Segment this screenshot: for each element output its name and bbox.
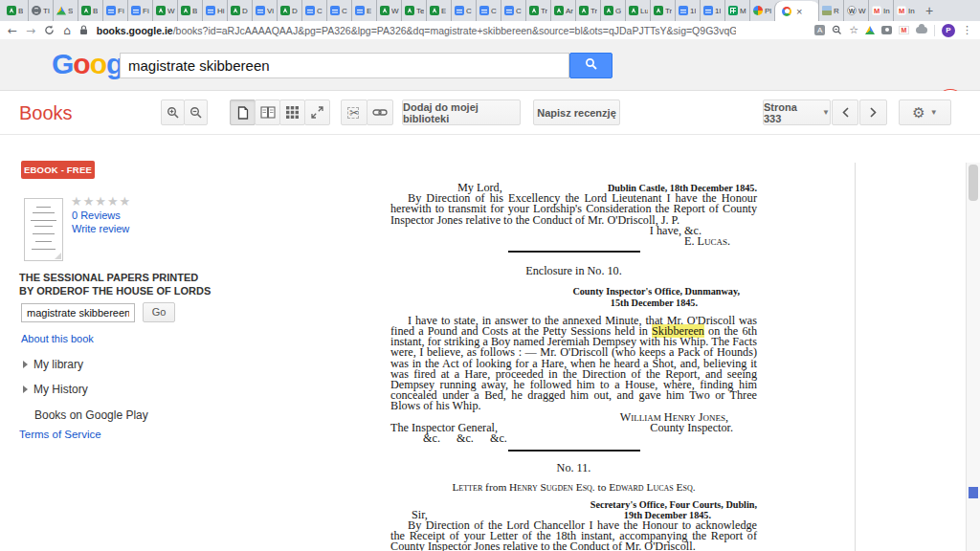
book-cover-thumbnail[interactable]	[24, 198, 63, 261]
browser-tab[interactable]: C	[327, 0, 352, 21]
back-icon[interactable]: ←	[8, 25, 17, 36]
search-input[interactable]	[120, 53, 569, 78]
browser-tab[interactable]: W	[377, 0, 402, 21]
browser-tab[interactable]: S	[54, 0, 78, 21]
books-brand[interactable]: Books	[19, 102, 73, 124]
logo-letter: o	[90, 48, 106, 79]
browser-tab[interactable]: In	[869, 0, 894, 21]
browser-tab[interactable]: Ar	[551, 0, 576, 21]
browser-tab[interactable]: Pl	[750, 0, 775, 21]
search-button[interactable]	[569, 53, 612, 78]
thumbnail-view-button[interactable]	[279, 99, 305, 125]
browser-tab[interactable]: E	[352, 0, 377, 21]
profile-badge[interactable]: P	[942, 24, 955, 37]
browser-menu-icon[interactable]: ⋮	[962, 25, 972, 36]
camera-extension-icon[interactable]	[881, 26, 892, 34]
fullscreen-button[interactable]	[304, 99, 330, 125]
browser-tab[interactable]: D	[278, 0, 302, 21]
two-page-view-button[interactable]	[255, 99, 280, 125]
browser-tab[interactable]: Tl	[29, 0, 54, 21]
tab-title: 1l	[690, 7, 696, 15]
browser-tab[interactable]: D	[228, 0, 253, 21]
expand-triangle-icon[interactable]	[23, 361, 28, 368]
clip-button[interactable]: ✂	[341, 99, 368, 125]
browser-tab[interactable]: Lu	[626, 0, 651, 21]
terms-of-service-link[interactable]: Terms of Service	[19, 429, 101, 440]
search-in-book-input[interactable]	[21, 303, 135, 322]
browser-tab[interactable]: C	[501, 0, 526, 21]
zoom-in-button[interactable]	[161, 99, 185, 125]
tab-active-google-books[interactable]: ×	[775, 1, 819, 21]
my-library-item[interactable]: My library	[33, 358, 83, 371]
browser-tab[interactable]: 1l	[701, 0, 725, 21]
drive-favicon	[56, 6, 66, 15]
browser-tab[interactable]: Te	[402, 0, 427, 21]
bookmark-star-icon[interactable]: ☆	[849, 25, 858, 36]
reload-icon[interactable]	[44, 22, 55, 39]
browser-tab[interactable]: C	[302, 0, 327, 21]
url[interactable]: books.google.ie/books?id=aRJcAAAAQAAJ&pg…	[97, 25, 736, 36]
browser-tab[interactable]: E	[427, 0, 452, 21]
tab-title: B	[18, 7, 23, 15]
tab-title: Vi	[267, 7, 274, 15]
gmail-extension-icon[interactable]: M	[899, 26, 909, 34]
go-button[interactable]: Go	[143, 302, 175, 322]
tab-title: W	[167, 7, 175, 15]
browser-tab[interactable]: In	[894, 0, 919, 21]
books-on-google-play-item[interactable]: Books on Google Play	[34, 408, 148, 422]
new-tab-button[interactable]: +	[919, 1, 940, 21]
browser-tab[interactable]: Tr	[576, 0, 601, 21]
browser-tab[interactable]: Tr	[526, 0, 551, 21]
chevron-down-icon: ▼	[822, 108, 830, 117]
settings-button[interactable]: ⚙ ▼	[899, 99, 951, 125]
browser-tab[interactable]: R	[819, 0, 844, 21]
previous-page-button[interactable]	[832, 99, 858, 125]
viewer-scrollbar[interactable]	[966, 163, 980, 551]
tab-title: S	[68, 7, 73, 15]
write-review-button[interactable]: Napisz recenzję	[533, 99, 620, 125]
browser-tab[interactable]: M	[725, 0, 750, 21]
browser-tab[interactable]: Tr	[651, 0, 676, 21]
browser-tab[interactable]: 1l	[676, 0, 701, 21]
write-review-link[interactable]: Write review	[72, 223, 129, 234]
page-select-dropdown[interactable]: Strona 333 ▼	[763, 99, 831, 125]
browser-tab[interactable]: C	[477, 0, 501, 21]
cloud-extension-icon[interactable]	[916, 27, 927, 33]
browser-tab[interactable]: Fi	[103, 0, 128, 21]
scrollbar-thumb[interactable]	[969, 165, 978, 201]
next-page-button[interactable]	[859, 99, 887, 125]
expand-triangle-icon[interactable]	[23, 386, 28, 393]
tab-title: Te	[416, 7, 424, 15]
close-tab-icon[interactable]: ×	[796, 7, 802, 16]
browser-tab[interactable]: C	[452, 0, 477, 21]
zoom-out-button[interactable]	[184, 99, 208, 125]
single-page-view-button[interactable]	[230, 99, 256, 125]
browser-tab[interactable]: B	[78, 0, 103, 21]
about-this-book-link[interactable]: About this book	[21, 333, 94, 344]
browser-tab[interactable]: Hi	[203, 0, 228, 21]
zoom-page-icon[interactable]	[832, 22, 842, 39]
translate-icon[interactable]: A	[814, 25, 825, 35]
browser-tab[interactable]: W	[153, 0, 178, 21]
reviews-link[interactable]: 0 Reviews	[72, 209, 121, 221]
book-page[interactable]: My Lord, Dublin Castle, 18th December 18…	[345, 163, 855, 551]
search-hit-marker[interactable]	[969, 487, 978, 498]
browser-tab[interactable]: B	[178, 0, 203, 21]
add-to-library-button[interactable]: Dodaj do mojej biblioteki	[402, 99, 521, 125]
browser-tab[interactable]: Fi	[128, 0, 153, 21]
browser-tab[interactable]: G	[601, 0, 626, 21]
page-select-label: Strona 333	[764, 101, 817, 124]
ebook-free-badge[interactable]: EBOOK - FREE	[21, 161, 95, 179]
browser-tab[interactable]: Vi	[253, 0, 278, 21]
my-history-item[interactable]: My History	[33, 383, 88, 396]
doc-favicon	[504, 6, 514, 15]
browser-tab[interactable]: W	[844, 0, 869, 21]
browser-tab[interactable]: B	[4, 0, 29, 21]
rating-stars[interactable]: ★★★★★	[71, 194, 131, 209]
drive-extension-icon[interactable]	[865, 22, 875, 39]
etc-line: &c. &c. &c.	[423, 433, 757, 444]
link-button[interactable]	[367, 99, 393, 125]
page-fold	[55, 253, 61, 259]
forward-icon[interactable]: →	[26, 25, 35, 36]
home-icon[interactable]: ⌂	[63, 25, 71, 36]
